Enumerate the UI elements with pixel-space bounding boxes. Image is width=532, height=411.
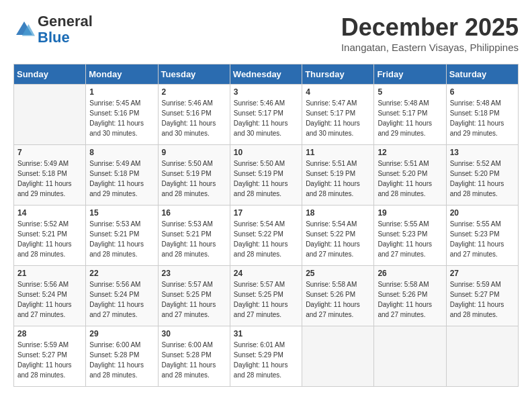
day-info: Sunrise: 5:51 AMSunset: 5:19 PMDaylight:… [306, 158, 370, 199]
day-number: 26 [378, 269, 442, 278]
day-info: Sunrise: 5:46 AMSunset: 5:17 PMDaylight:… [234, 98, 298, 138]
day-number: 10 [234, 148, 298, 157]
day-number: 24 [234, 269, 298, 278]
calendar-cell: 24Sunrise: 5:57 AMSunset: 5:25 PMDayligh… [230, 266, 302, 326]
calendar-cell: 9Sunrise: 5:50 AMSunset: 5:19 PMDaylight… [158, 145, 230, 205]
day-number: 6 [450, 87, 515, 97]
calendar-cell: 4Sunrise: 5:47 AMSunset: 5:17 PMDaylight… [302, 85, 374, 145]
weekday-header-tuesday: Tuesday [158, 64, 230, 85]
day-info: Sunrise: 5:47 AMSunset: 5:17 PMDaylight:… [306, 98, 370, 138]
calendar-week-5: 28Sunrise: 5:59 AMSunset: 5:27 PMDayligh… [14, 326, 519, 387]
calendar-cell: 19Sunrise: 5:55 AMSunset: 5:23 PMDayligh… [374, 205, 446, 266]
page-header: General Blue December 2025 Inangatan, Ea… [13, 13, 519, 53]
day-info: Sunrise: 5:52 AMSunset: 5:20 PMDaylight:… [450, 158, 515, 199]
weekday-header-friday: Friday [374, 64, 446, 85]
calendar-cell: 27Sunrise: 5:59 AMSunset: 5:27 PMDayligh… [446, 266, 518, 326]
calendar-cell: 30Sunrise: 6:00 AMSunset: 5:28 PMDayligh… [158, 326, 230, 387]
day-info: Sunrise: 5:54 AMSunset: 5:22 PMDaylight:… [234, 219, 298, 259]
calendar-cell: 1Sunrise: 5:45 AMSunset: 5:16 PMDaylight… [86, 85, 158, 145]
calendar-cell: 5Sunrise: 5:48 AMSunset: 5:17 PMDaylight… [374, 85, 446, 145]
day-info: Sunrise: 5:50 AMSunset: 5:19 PMDaylight:… [234, 158, 298, 199]
weekday-header-row: SundayMondayTuesdayWednesdayThursdayFrid… [14, 64, 519, 85]
day-number: 13 [450, 148, 515, 157]
calendar-cell: 23Sunrise: 5:57 AMSunset: 5:25 PMDayligh… [158, 266, 230, 326]
day-info: Sunrise: 5:56 AMSunset: 5:24 PMDaylight:… [89, 279, 154, 320]
day-info: Sunrise: 5:56 AMSunset: 5:24 PMDaylight:… [17, 279, 82, 320]
calendar-cell [446, 326, 518, 387]
day-number: 31 [234, 329, 298, 338]
day-info: Sunrise: 5:55 AMSunset: 5:23 PMDaylight:… [450, 219, 515, 259]
calendar-cell: 7Sunrise: 5:49 AMSunset: 5:18 PMDaylight… [14, 145, 86, 205]
calendar-cell: 15Sunrise: 5:53 AMSunset: 5:21 PMDayligh… [86, 205, 158, 266]
month-title: December 2025 [341, 13, 519, 42]
day-number: 30 [162, 329, 226, 338]
calendar-week-1: 1Sunrise: 5:45 AMSunset: 5:16 PMDaylight… [14, 85, 519, 145]
day-number: 12 [378, 148, 442, 157]
logo: General Blue [13, 13, 93, 46]
day-number: 5 [378, 87, 442, 97]
logo-icon [13, 19, 35, 40]
day-info: Sunrise: 5:58 AMSunset: 5:26 PMDaylight:… [378, 279, 442, 320]
day-number: 20 [450, 208, 515, 218]
calendar-cell [14, 85, 86, 145]
day-info: Sunrise: 5:54 AMSunset: 5:22 PMDaylight:… [306, 219, 370, 259]
calendar-cell: 21Sunrise: 5:56 AMSunset: 5:24 PMDayligh… [14, 266, 86, 326]
day-info: Sunrise: 5:53 AMSunset: 5:21 PMDaylight:… [162, 219, 226, 259]
day-number: 22 [89, 269, 154, 278]
calendar-cell: 11Sunrise: 5:51 AMSunset: 5:19 PMDayligh… [302, 145, 374, 205]
logo-blue: Blue [38, 29, 70, 46]
calendar-cell: 26Sunrise: 5:58 AMSunset: 5:26 PMDayligh… [374, 266, 446, 326]
day-number: 1 [89, 87, 154, 97]
calendar-table: SundayMondayTuesdayWednesdayThursdayFrid… [13, 64, 519, 387]
day-number: 18 [306, 208, 370, 218]
calendar-cell: 17Sunrise: 5:54 AMSunset: 5:22 PMDayligh… [230, 205, 302, 266]
day-info: Sunrise: 5:49 AMSunset: 5:18 PMDaylight:… [89, 158, 154, 199]
calendar-cell: 22Sunrise: 5:56 AMSunset: 5:24 PMDayligh… [86, 266, 158, 326]
day-number: 27 [450, 269, 515, 278]
calendar-week-4: 21Sunrise: 5:56 AMSunset: 5:24 PMDayligh… [14, 266, 519, 326]
day-info: Sunrise: 5:48 AMSunset: 5:17 PMDaylight:… [378, 98, 442, 138]
day-number: 15 [89, 208, 154, 218]
day-number: 16 [162, 208, 226, 218]
calendar-cell: 3Sunrise: 5:46 AMSunset: 5:17 PMDaylight… [230, 85, 302, 145]
day-number: 23 [162, 269, 226, 278]
calendar-cell: 31Sunrise: 6:01 AMSunset: 5:29 PMDayligh… [230, 326, 302, 387]
calendar-cell: 6Sunrise: 5:48 AMSunset: 5:18 PMDaylight… [446, 85, 518, 145]
day-info: Sunrise: 5:45 AMSunset: 5:16 PMDaylight:… [89, 98, 154, 138]
calendar-cell: 2Sunrise: 5:46 AMSunset: 5:16 PMDaylight… [158, 85, 230, 145]
calendar-week-2: 7Sunrise: 5:49 AMSunset: 5:18 PMDaylight… [14, 145, 519, 205]
day-info: Sunrise: 6:00 AMSunset: 5:28 PMDaylight:… [89, 340, 154, 380]
day-info: Sunrise: 5:59 AMSunset: 5:27 PMDaylight:… [450, 279, 515, 320]
day-number: 8 [89, 148, 154, 157]
calendar-cell: 12Sunrise: 5:51 AMSunset: 5:20 PMDayligh… [374, 145, 446, 205]
day-info: Sunrise: 5:58 AMSunset: 5:26 PMDaylight:… [306, 279, 370, 320]
logo-text: General Blue [38, 13, 93, 46]
day-number: 28 [17, 329, 82, 338]
calendar-cell: 13Sunrise: 5:52 AMSunset: 5:20 PMDayligh… [446, 145, 518, 205]
day-info: Sunrise: 5:57 AMSunset: 5:25 PMDaylight:… [234, 279, 298, 320]
day-number: 25 [306, 269, 370, 278]
day-number: 2 [162, 87, 226, 97]
day-number: 7 [17, 148, 82, 157]
day-info: Sunrise: 5:51 AMSunset: 5:20 PMDaylight:… [378, 158, 442, 199]
day-number: 14 [17, 208, 82, 218]
calendar-week-3: 14Sunrise: 5:52 AMSunset: 5:21 PMDayligh… [14, 205, 519, 266]
day-info: Sunrise: 5:52 AMSunset: 5:21 PMDaylight:… [17, 219, 82, 259]
day-number: 9 [162, 148, 226, 157]
day-number: 4 [306, 87, 370, 97]
day-info: Sunrise: 5:59 AMSunset: 5:27 PMDaylight:… [17, 340, 82, 380]
day-number: 29 [89, 329, 154, 338]
calendar-cell [374, 326, 446, 387]
day-number: 3 [234, 87, 298, 97]
day-info: Sunrise: 5:50 AMSunset: 5:19 PMDaylight:… [162, 158, 226, 199]
day-info: Sunrise: 5:46 AMSunset: 5:16 PMDaylight:… [162, 98, 226, 138]
day-info: Sunrise: 5:48 AMSunset: 5:18 PMDaylight:… [450, 98, 515, 138]
calendar-cell: 25Sunrise: 5:58 AMSunset: 5:26 PMDayligh… [302, 266, 374, 326]
weekday-header-wednesday: Wednesday [230, 64, 302, 85]
day-info: Sunrise: 6:00 AMSunset: 5:28 PMDaylight:… [162, 340, 226, 380]
day-number: 19 [378, 208, 442, 218]
calendar-cell: 8Sunrise: 5:49 AMSunset: 5:18 PMDaylight… [86, 145, 158, 205]
weekday-header-saturday: Saturday [446, 64, 518, 85]
logo-general: General [38, 13, 93, 30]
day-info: Sunrise: 5:53 AMSunset: 5:21 PMDaylight:… [89, 219, 154, 259]
